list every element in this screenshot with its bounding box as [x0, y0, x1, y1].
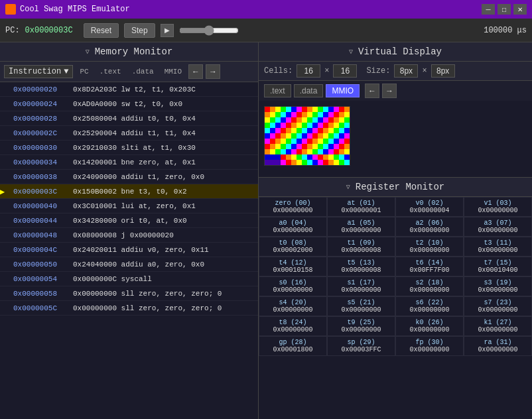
- cells-x-input[interactable]: [297, 64, 320, 78]
- memory-row[interactable]: 0x000000200x8D2A203C lw t2, t1, 0x203C: [0, 82, 258, 97]
- play-button[interactable]: ▶: [161, 24, 174, 37]
- register-value: 0x00000001: [332, 207, 391, 214]
- memory-row[interactable]: ▶0x0000003C0x150B0002 bne t3, t0, 0x2: [0, 184, 258, 199]
- register-value: 0x00000004: [400, 207, 459, 214]
- register-value: 0x00000000: [263, 286, 322, 294]
- memory-address: 0x00000038: [13, 173, 73, 181]
- register-name: a0 (04): [263, 219, 322, 227]
- register-value: 0x00000000: [468, 286, 527, 294]
- register-name: t5 (13): [332, 259, 391, 267]
- memory-row[interactable]: 0x000000300x29210030 slti at, t1, 0x30: [0, 141, 258, 155]
- seg-data-button[interactable]: .data: [294, 84, 324, 97]
- register-name: zero (00): [263, 200, 322, 207]
- register-name: ra (31): [468, 339, 527, 346]
- memory-row[interactable]: 0x0000004C0x24020011 addiu v0, zero, 0x1…: [0, 243, 258, 257]
- register-name: s4 (20): [263, 299, 322, 306]
- memory-instruction: 0x08000008 j 0x00000020: [73, 231, 254, 239]
- nav-back-button[interactable]: ←: [188, 64, 203, 79]
- register-cell: fp (30)0x00000000: [395, 336, 464, 356]
- reset-button[interactable]: Reset: [84, 23, 119, 38]
- register-value: 0x00000000: [263, 207, 322, 214]
- size-y-input[interactable]: [431, 64, 455, 78]
- register-name: t0 (08): [263, 239, 322, 247]
- register-cell: sp (29)0x00003FFC: [327, 336, 395, 356]
- memory-row[interactable]: 0x000000340x14200001 bne zero, at, 0x1: [0, 155, 258, 170]
- size-label: Size:: [366, 66, 390, 76]
- virtual-display-title: Virtual Display: [358, 46, 442, 57]
- register-cell: s2 (18)0x00000000: [395, 276, 464, 296]
- memory-monitor-panel: ▽ Memory Monitor Instruction ▼ PC .text …: [0, 42, 259, 419]
- col-pc[interactable]: PC: [76, 66, 92, 77]
- register-table: zero (00)0x00000000at (01)0x00000001v0 (…: [259, 197, 532, 419]
- memory-row[interactable]: 0x0000002C0x25290004 addiu t1, t1, 0x4: [0, 126, 258, 141]
- memory-row[interactable]: 0x000000400x3C010001 lui at, zero, 0x1: [0, 199, 258, 213]
- memory-address: 0x00000024: [13, 100, 73, 108]
- memory-row[interactable]: 0x000000280x25080004 addiu t0, t0, 0x4: [0, 111, 258, 126]
- vd-toolbar: Cells: × Size: ×: [259, 62, 532, 81]
- maximize-button[interactable]: □: [498, 4, 511, 15]
- cells-x-separator: ×: [324, 66, 329, 76]
- memory-row[interactable]: 0x000000540x0000000C syscall: [0, 272, 258, 286]
- register-name: a2 (06): [400, 219, 459, 227]
- memory-row[interactable]: 0x000000440x34280000 ori t0, at, 0x0: [0, 213, 258, 228]
- register-cell: t0 (08)0x00002000: [259, 237, 327, 257]
- title-bar-controls: ─ □ ✕: [482, 4, 527, 15]
- memory-row[interactable]: 0x0000005C0x00000000 sll zero, zero, zer…: [0, 301, 258, 316]
- minimize-button[interactable]: ─: [482, 4, 495, 15]
- memory-address: 0x0000002C: [13, 129, 73, 137]
- memory-address: 0x0000003C: [13, 188, 73, 196]
- memory-row[interactable]: 0x000000380x24090000 addiu t1, zero, 0x0: [0, 170, 258, 184]
- vd-nav-back[interactable]: ←: [365, 84, 379, 98]
- register-cell: t2 (10)0x00000000: [395, 237, 464, 257]
- collapse-arrow[interactable]: ▽: [86, 48, 90, 56]
- speed-slider[interactable]: [179, 25, 239, 36]
- memory-instruction: 0xAD0A0000 sw t2, t0, 0x0: [73, 100, 254, 108]
- memory-row[interactable]: 0x000000480x08000008 j 0x00000020: [0, 228, 258, 243]
- vd-nav-forward[interactable]: →: [382, 84, 397, 98]
- register-value: 0x00000000: [400, 346, 459, 353]
- register-value: 0x00000000: [400, 326, 459, 333]
- register-value: 0x00000000: [400, 286, 459, 294]
- register-name: s6 (22): [400, 299, 459, 306]
- cells-y-input[interactable]: [333, 64, 357, 78]
- memory-instruction: 0x29210030 slti at, t1, 0x30: [73, 144, 254, 152]
- step-button[interactable]: Step: [124, 23, 155, 38]
- register-value: 0x00000000: [263, 326, 322, 333]
- register-cell: s6 (22)0x00000000: [395, 296, 464, 316]
- register-value: 0x00003FFC: [332, 346, 391, 353]
- register-cell: t8 (24)0x00000000: [259, 316, 327, 336]
- memory-instruction: 0x25290004 addiu t1, t1, 0x4: [73, 129, 254, 137]
- register-cell: s5 (21)0x00000000: [327, 296, 395, 316]
- memory-row[interactable]: 0x000000240xAD0A0000 sw t2, t0, 0x0: [0, 97, 258, 111]
- close-button[interactable]: ✕: [513, 4, 527, 15]
- rm-collapse-arrow[interactable]: ▽: [346, 183, 350, 191]
- memory-row[interactable]: 0x000000580x00000000 sll zero, zero, zer…: [0, 286, 258, 301]
- register-name: t3 (11): [468, 239, 527, 247]
- size-x-input[interactable]: [394, 64, 418, 78]
- memory-address: 0x00000050: [13, 261, 73, 269]
- nav-forward-button[interactable]: →: [206, 64, 220, 79]
- memory-instruction: 0x8D2A203C lw t2, t1, 0x203C: [73, 86, 254, 93]
- col-text[interactable]: .text: [96, 66, 125, 77]
- register-cell: a1 (05)0x00000000: [327, 217, 395, 237]
- register-value: 0x00010400: [468, 267, 527, 274]
- col-mmio[interactable]: MMIO: [161, 66, 186, 77]
- dropdown-arrow: ▼: [64, 67, 68, 76]
- title-bar-text: Cool Swag MIPS Emulator: [20, 5, 478, 14]
- segment-dropdown[interactable]: Instruction ▼: [4, 65, 73, 78]
- seg-mmio-button[interactable]: MMIO: [326, 84, 360, 97]
- virtual-display-header: ▽ Virtual Display: [259, 42, 532, 62]
- vd-collapse-arrow[interactable]: ▽: [349, 48, 353, 56]
- register-value: 0x00000000: [468, 306, 527, 314]
- memory-row[interactable]: 0x000000500x24040000 addiu a0, zero, 0x0: [0, 257, 258, 272]
- memory-address: 0x00000030: [13, 144, 73, 152]
- col-data[interactable]: .data: [128, 66, 158, 77]
- register-name: s5 (21): [332, 299, 391, 306]
- register-value: 0x00000000: [263, 306, 322, 314]
- register-cell: a2 (06)0x00000000: [395, 217, 464, 237]
- seg-text-button[interactable]: .text: [264, 84, 291, 97]
- register-name: a3 (07): [468, 219, 527, 227]
- register-name: v1 (03): [468, 200, 527, 207]
- memory-address: 0x00000028: [13, 115, 73, 123]
- timer-label: 100000 μs: [484, 26, 527, 35]
